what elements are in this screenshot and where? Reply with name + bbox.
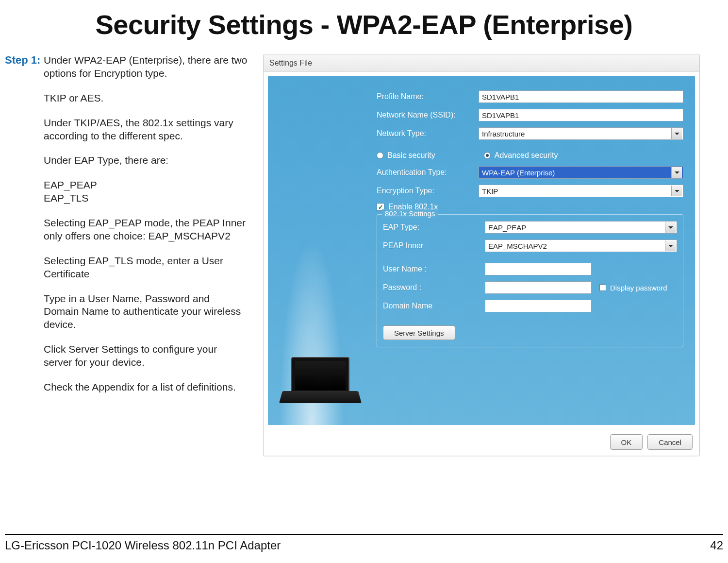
select-peap-inner[interactable]: EAP_MSCHAPV2 (485, 239, 677, 252)
select-encryption-type-value: TKIP (482, 187, 498, 195)
input-profile-name[interactable] (479, 90, 683, 103)
step-p1: Under WPA2-EAP (Enterprise), there are t… (44, 54, 248, 80)
label-network-type: Network Type: (377, 129, 479, 138)
checkbox-display-password[interactable]: Display password (599, 284, 667, 292)
step-p6: Selecting EAP_PEAP mode, the PEAP Inner … (44, 217, 248, 243)
select-eap-type[interactable]: EAP_PEAP (485, 221, 677, 234)
step-label: Step 1: (5, 54, 44, 456)
label-domain-name: Domain Name (383, 302, 485, 310)
step-p2: TKIP or AES. (44, 92, 248, 105)
cancel-button[interactable]: Cancel (647, 434, 693, 450)
step-p5a: EAP_PEAP (44, 179, 248, 192)
radio-icon (484, 152, 491, 159)
chevron-down-icon (671, 128, 682, 139)
step-body: Under WPA2-EAP (Enterprise), there are t… (44, 54, 248, 456)
chevron-down-icon (665, 222, 676, 233)
menu-settings-file[interactable]: Settings File (269, 59, 312, 68)
label-profile-name: Profile Name: (377, 92, 479, 101)
step-p4: Under EAP Type, there are: (44, 154, 248, 167)
label-ssid: Network Name (SSID): (377, 111, 479, 119)
label-password: Password : (383, 283, 485, 292)
step-p3: Under TKIP/AES, the 802.1x settings vary… (44, 117, 248, 143)
select-auth-type-value: WPA-EAP (Enterprise) (482, 169, 555, 177)
fieldset-legend: 802.1x Settings (382, 209, 438, 218)
select-network-type-value: Infrastructure (482, 130, 525, 138)
radio-icon (377, 152, 383, 159)
step-p10: Check the Appendix for a list of definit… (44, 381, 248, 394)
input-domain-name[interactable] (485, 300, 592, 312)
label-peap-inner: PEAP Inner (383, 241, 485, 250)
chevron-down-icon (671, 167, 682, 178)
select-peap-inner-value: EAP_MSCHAPV2 (488, 242, 547, 250)
server-settings-button[interactable]: Server Settings (383, 325, 455, 340)
checkbox-display-password-label: Display password (610, 284, 667, 292)
step-p8: Type in a User Name, Password and Domain… (44, 292, 248, 332)
dialog-menubar[interactable]: Settings File (264, 54, 699, 72)
label-eap-type: EAP Type: (383, 223, 485, 232)
checkbox-icon (599, 284, 606, 291)
select-auth-type[interactable]: WPA-EAP (Enterprise) (479, 166, 683, 179)
chevron-down-icon (665, 240, 676, 251)
step-p7: Selecting EAP_TLS mode, enter a User Cer… (44, 255, 248, 281)
radio-advanced-security[interactable]: Advanced security (484, 151, 558, 160)
page-title: Security Settings - WPA2-EAP (Enterprise… (0, 0, 728, 54)
footer-page-number: 42 (710, 539, 723, 552)
label-user-name: User Name : (383, 265, 485, 273)
select-encryption-type[interactable]: TKIP (479, 185, 683, 197)
fieldset-8021x-settings: 802.1x Settings EAP Type: EAP_PEAP (377, 214, 683, 347)
label-auth-type: Authentication Type: (377, 168, 479, 177)
select-eap-type-value: EAP_PEAP (488, 223, 526, 232)
input-ssid[interactable] (479, 109, 683, 121)
radio-basic-security[interactable]: Basic security (377, 151, 435, 160)
radio-advanced-security-label: Advanced security (495, 151, 558, 160)
step-p9: Click Server Settings to configure your … (44, 343, 248, 369)
select-network-type[interactable]: Infrastructure (479, 127, 683, 140)
chevron-down-icon (671, 186, 682, 196)
radio-basic-security-label: Basic security (387, 151, 435, 160)
input-password[interactable] (485, 281, 592, 294)
label-encryption-type: Encryption Type: (377, 187, 479, 195)
ok-button[interactable]: OK (610, 434, 643, 450)
footer-product-name: LG-Ericsson PCI-1020 Wireless 802.11n PC… (5, 539, 281, 552)
settings-dialog: Settings File Profile Name: (263, 54, 700, 456)
input-user-name[interactable] (485, 263, 592, 275)
step-p5b: EAP_TLS (44, 192, 248, 205)
